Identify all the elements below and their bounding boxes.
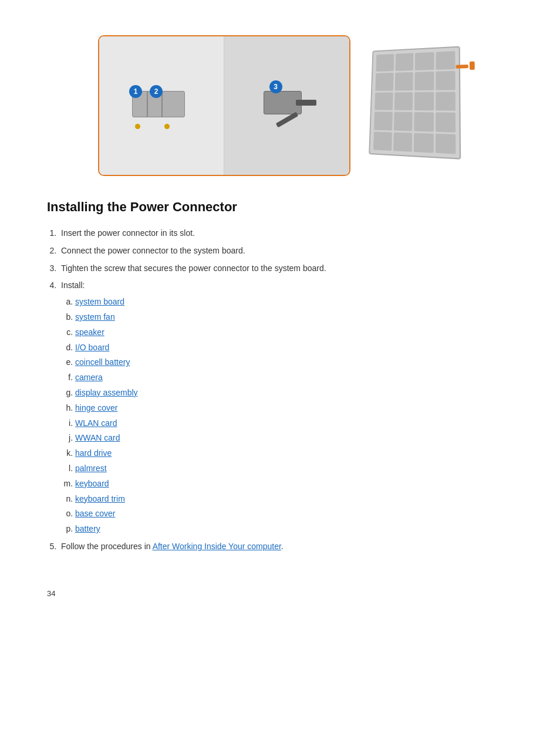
diagram-left-panel: 1 2: [99, 36, 224, 175]
install-item-p: battery: [75, 522, 513, 536]
install-link-i[interactable]: WLAN card: [75, 418, 117, 428]
install-item-c: speaker: [75, 326, 513, 340]
step-badge-2: 2: [150, 85, 163, 98]
install-item-k: hard drive: [75, 447, 513, 461]
install-item-j: WWAN card: [75, 431, 513, 445]
install-item-a: system board: [75, 295, 513, 309]
step-5: Follow the procedures in After Working I…: [59, 540, 513, 554]
install-link-e[interactable]: coincell battery: [75, 357, 130, 367]
screw-icon-left: [135, 124, 140, 129]
step-badge-3: 3: [269, 80, 282, 93]
after-working-link[interactable]: After Working Inside Your computer: [153, 542, 281, 551]
install-item-n: keyboard trim: [75, 492, 513, 506]
steps-list: Insert the power connector in its slot. …: [47, 226, 513, 554]
install-item-e: coincell battery: [75, 356, 513, 370]
laptop-body: [369, 46, 461, 160]
install-link-k[interactable]: hard drive: [75, 448, 112, 458]
step5-suffix: .: [281, 542, 284, 551]
instruction-diagram: 1 2 3: [98, 35, 350, 176]
install-link-c[interactable]: speaker: [75, 327, 104, 337]
step-1: Insert the power connector in its slot.: [59, 226, 513, 241]
page-number: 34: [47, 589, 513, 598]
step-3: Tighten the screw that secures the power…: [59, 262, 513, 276]
install-link-g[interactable]: display assembly: [75, 388, 138, 397]
install-link-b[interactable]: system fan: [75, 312, 115, 322]
install-item-m: keyboard: [75, 477, 513, 491]
install-item-h: hinge cover: [75, 401, 513, 415]
orange-cable-end-icon: [470, 62, 475, 70]
install-link-l[interactable]: palmrest: [75, 464, 107, 473]
step-2: Connect the power connector to the syste…: [59, 244, 513, 258]
install-link-a[interactable]: system board: [75, 297, 124, 306]
install-item-d: I/O board: [75, 341, 513, 355]
install-link-h[interactable]: hinge cover: [75, 403, 117, 412]
cable-icon: [296, 100, 316, 106]
install-item-o: base cover: [75, 507, 513, 521]
step5-prefix: Follow the procedures in: [61, 542, 153, 551]
install-item-b: system fan: [75, 310, 513, 324]
diagram-wrapper: 1 2 3: [47, 35, 513, 176]
install-link-j[interactable]: WWAN card: [75, 433, 120, 442]
install-item-l: palmrest: [75, 462, 513, 476]
install-item-i: WLAN card: [75, 417, 513, 431]
install-link-m[interactable]: keyboard: [75, 479, 109, 488]
orange-cable-icon: [456, 65, 468, 69]
install-link-d[interactable]: I/O board: [75, 343, 109, 352]
install-link-n[interactable]: keyboard trim: [75, 494, 125, 503]
install-link-f[interactable]: camera: [75, 373, 103, 382]
install-list: system boardsystem fanspeakerI/O boardco…: [61, 295, 513, 536]
step-4: Install: system boardsystem fanspeakerI/…: [59, 279, 513, 536]
screw-icon-right: [164, 124, 170, 129]
diagram-right-panel: 3: [224, 36, 349, 175]
laptop-diagram: [368, 47, 462, 164]
install-item-f: camera: [75, 371, 513, 385]
install-item-g: display assembly: [75, 386, 513, 400]
install-link-p[interactable]: battery: [75, 524, 100, 533]
section-title: Installing the Power Connector: [47, 199, 513, 215]
step-badge-1: 1: [129, 85, 142, 98]
install-link-o[interactable]: base cover: [75, 509, 115, 518]
